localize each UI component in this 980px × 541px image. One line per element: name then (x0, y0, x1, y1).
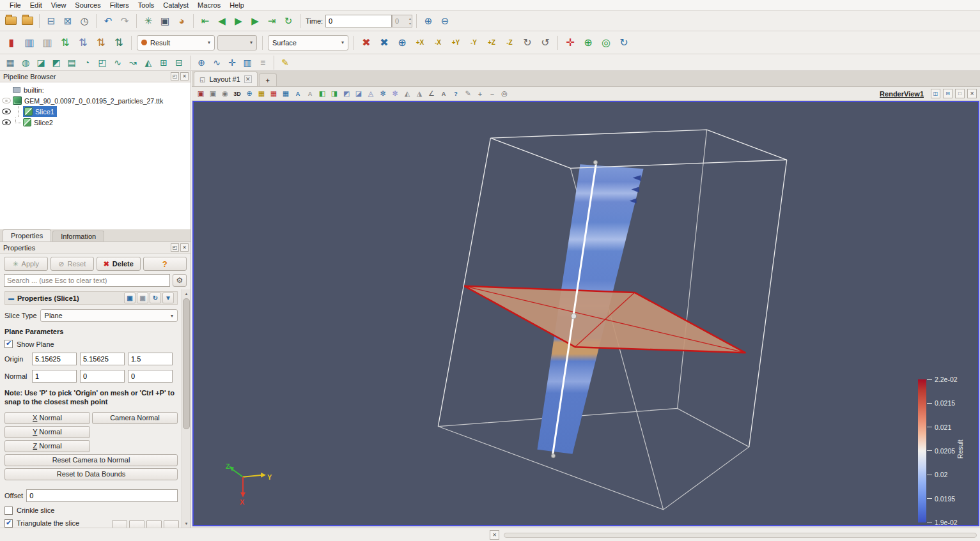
record-animation-icon[interactable]: ▣ (207, 88, 219, 100)
pipeline-item-slice1[interactable]: Slice1 (0, 106, 191, 117)
reset-camera-icon[interactable]: ✖ (358, 34, 375, 51)
search-input[interactable] (4, 274, 170, 287)
capture-view-icon[interactable]: ◉ (219, 88, 231, 100)
close-view-icon[interactable]: ✕ (967, 89, 977, 98)
origin-z-field[interactable] (128, 353, 173, 365)
slice-filter-icon[interactable]: ◩ (49, 56, 63, 70)
rescale-temporal-icon[interactable]: ⇅ (93, 34, 109, 51)
normal-z-field[interactable] (128, 370, 173, 383)
checkbox-box[interactable] (4, 507, 13, 515)
add-layout-tab[interactable]: + (259, 73, 277, 86)
select-polygon-icon[interactable]: ◬ (365, 88, 377, 100)
spin-up-icon[interactable]: ▴ (409, 16, 411, 21)
show-plane-checkbox[interactable]: Show Plane (4, 340, 178, 348)
find-data-icon[interactable]: ⊕ (194, 56, 208, 70)
color-palette-icon[interactable]: ◕ (174, 13, 189, 29)
clipped-button[interactable] (129, 520, 144, 528)
origin-x-field[interactable] (32, 353, 77, 365)
render-viewport[interactable]: Z Y X 2.2e-02 0.0215 0.021 (192, 101, 979, 526)
center-axes-toggle-icon[interactable]: ⊕ (580, 34, 596, 51)
group-datasets-icon[interactable]: ⊞ (157, 56, 171, 70)
zoom-in-icon[interactable]: ⊕ (421, 13, 436, 29)
show-grid-icon[interactable]: ▦ (256, 88, 267, 100)
tab-information[interactable]: Information (52, 231, 104, 241)
measure-icon[interactable]: ∠ (426, 88, 437, 100)
widget-handle[interactable] (551, 453, 555, 457)
undo-icon[interactable]: ↶ (100, 13, 116, 29)
glyph-arrows-icon[interactable]: ∿ (111, 56, 125, 70)
menu-item[interactable]: Macros (193, 1, 225, 10)
interactive-select-cells-icon[interactable]: ✼ (389, 88, 401, 100)
properties-scrollbar[interactable]: ▴ ▾ (182, 289, 191, 528)
plot-over-line-icon[interactable]: ∿ (210, 56, 224, 70)
extract-subset-icon[interactable]: ◰ (95, 56, 109, 70)
pipeline-item-slice2[interactable]: Slice2 (0, 117, 191, 128)
delete-button[interactable]: ✖ Delete (97, 257, 141, 271)
apply-button[interactable]: ✳ Apply (4, 257, 48, 271)
x-normal-button[interactable]: X Normal (4, 412, 90, 424)
checkbox-box[interactable] (4, 519, 13, 528)
hide-grid-icon[interactable]: ▦ (268, 88, 279, 100)
previous-frame-icon[interactable]: ◀ (214, 13, 229, 29)
threshold-filter-icon[interactable]: ▤ (65, 56, 79, 70)
python-shell-icon[interactable]: ≡ (256, 56, 270, 70)
probe-location-icon[interactable]: ✛ (225, 56, 239, 70)
set-view-plus-x-icon[interactable]: +X (412, 34, 428, 51)
clipped-button[interactable] (146, 520, 162, 528)
clipped-button[interactable] (164, 520, 179, 528)
reset-camera-to-normal-button[interactable]: Reset Camera to Normal (4, 454, 178, 466)
hover-cells-icon[interactable]: ◮ (414, 88, 425, 100)
visibility-eye-icon[interactable] (2, 109, 11, 114)
abort-progress-icon[interactable]: ✕ (490, 530, 499, 540)
rotate-90-cw-icon[interactable]: ↻ (519, 34, 536, 51)
pick-center-icon[interactable]: ◎ (598, 34, 614, 51)
set-view-minus-z-icon[interactable]: -Z (501, 34, 518, 51)
property-checkbox[interactable]: Crinkle slice (4, 507, 178, 515)
reset-to-data-bounds-button[interactable]: Reset to Data Bounds (4, 468, 178, 480)
annotation-a-icon[interactable]: A (438, 88, 449, 100)
capture-screenshot-icon[interactable]: ▣ (157, 13, 173, 29)
separate-color-map-icon[interactable]: ▥ (39, 34, 56, 51)
render-view-title[interactable]: RenderView1 (880, 90, 924, 98)
maximize-view-icon[interactable]: □ (955, 89, 965, 98)
menu-item[interactable]: Catalyst (159, 1, 193, 10)
zoom-box-icon[interactable]: ⊕ (244, 88, 255, 100)
color-legend-bar[interactable] (918, 379, 926, 522)
pipeline-item-dataset[interactable]: GEM_90_0.0097_0_0.0195_2_particles_27.tt… (0, 95, 191, 106)
z-normal-button[interactable]: Z Normal (4, 440, 90, 452)
menu-item[interactable]: Edit (26, 1, 47, 10)
reload-properties-icon[interactable]: ↻ (150, 293, 161, 303)
menu-item[interactable]: Filters (105, 1, 134, 10)
select-block-icon[interactable]: ✼ (377, 88, 389, 100)
search-options-gear-icon[interactable]: ⚙ (173, 274, 187, 287)
last-frame-icon[interactable]: ⇥ (264, 13, 279, 29)
menu-item[interactable]: File (5, 1, 26, 10)
rotate-90-ccw-icon[interactable]: ↺ (537, 34, 554, 51)
close-panel-icon[interactable]: ✕ (180, 72, 189, 80)
save-data-icon[interactable] (20, 13, 35, 29)
set-view-plus-z-icon[interactable]: +Z (483, 34, 500, 51)
menu-item[interactable]: Sources (70, 1, 105, 10)
extract-block-icon[interactable]: ⊟ (172, 56, 186, 70)
rescale-data-range-icon[interactable]: ⇅ (57, 34, 74, 51)
open-file-icon[interactable] (3, 13, 19, 29)
orientation-axes-toggle-icon[interactable]: ✛ (562, 34, 579, 51)
camera-normal-button[interactable]: Camera Normal (92, 412, 178, 424)
select-frustum-cells-icon[interactable]: ◩ (341, 88, 352, 100)
widget-center-handle[interactable] (571, 314, 576, 319)
checkbox-box[interactable] (4, 340, 13, 348)
save-screenshot-icon[interactable]: ▣ (195, 88, 206, 100)
scrollbar-thumb[interactable] (183, 298, 190, 429)
zoom-to-data-icon[interactable]: ⊕ (394, 34, 410, 51)
macro-pencil-icon[interactable]: ✎ (278, 56, 292, 70)
y-normal-button[interactable]: Y Normal (4, 426, 90, 438)
normal-x-field[interactable] (32, 370, 77, 383)
edit-grid-icon[interactable]: ▦ (280, 88, 292, 100)
orientation-letter-icon[interactable]: A (292, 88, 304, 100)
normal-y-field[interactable] (80, 370, 125, 383)
clip-filter-icon[interactable]: ◪ (34, 56, 48, 70)
collapse-icon[interactable]: ▬ (8, 295, 14, 301)
split-vertical-icon[interactable]: ⊟ (943, 89, 953, 98)
offset-field[interactable] (26, 489, 178, 502)
toggle-color-legend-icon[interactable]: ▮ (3, 34, 20, 51)
